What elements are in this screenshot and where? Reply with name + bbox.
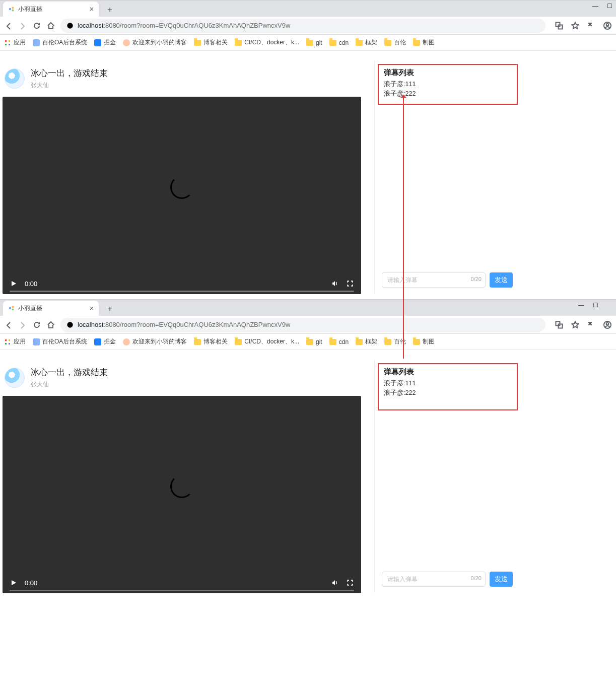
danmu-item: 浪子彦:111 — [384, 379, 512, 388]
page-content: 冰心一出，游戏结束 张大仙 0:00 — [0, 61, 616, 299]
bookmark-item[interactable]: 框架 — [356, 337, 377, 346]
browser-tab[interactable]: 小羽直播 × — [3, 301, 99, 316]
danmu-heading: 弹幕列表 — [384, 367, 512, 377]
bookmark-label: 百伦 — [394, 38, 406, 47]
nav-home-button[interactable] — [46, 320, 55, 329]
nav-reload-button[interactable] — [32, 320, 41, 329]
bookmark-label: git — [316, 39, 322, 46]
bookmark-label: 框架 — [365, 38, 377, 47]
translate-icon[interactable] — [555, 21, 564, 30]
window-minimize-button[interactable]: — — [578, 302, 585, 309]
room-title: 冰心一出，游戏结束 — [31, 67, 108, 79]
folder-icon — [329, 40, 336, 46]
bookmark-item[interactable]: 欢迎来到小羽的博客 — [123, 337, 187, 346]
window-maximize-button[interactable]: ☐ — [592, 302, 599, 309]
bookmark-item[interactable]: cdn — [329, 338, 349, 345]
window-close-button[interactable] — [606, 302, 613, 309]
svg-point-15 — [70, 323, 71, 323]
bookmark-item[interactable]: cdn — [329, 39, 349, 46]
room-header: 冰心一出，游戏结束 张大仙 — [3, 63, 370, 97]
apps-icon — [4, 39, 11, 46]
browser-tab[interactable]: 小羽直播 × — [3, 2, 99, 17]
window-minimize-button[interactable]: — — [592, 3, 599, 10]
video-progress-track[interactable] — [10, 590, 354, 591]
bookmark-item[interactable]: CI/CD、docker、k... — [235, 38, 299, 47]
url-bar[interactable]: localhost:8080/room?room=EVQq0uChrAQU6z3… — [60, 19, 545, 33]
new-tab-button[interactable]: ＋ — [103, 302, 117, 316]
url-bar[interactable]: localhost:8080/room?room=EVQq0uChrAQU6z3… — [60, 318, 545, 332]
streamer-avatar[interactable] — [5, 68, 25, 89]
svg-point-10 — [9, 307, 11, 309]
nav-forward-button[interactable] — [18, 21, 27, 30]
browser-window: 小羽直播 × ＋ — ☐ localhost:8080/room?room=EV… — [0, 299, 616, 598]
room-author: 张大仙 — [31, 380, 108, 389]
loading-spinner-icon — [170, 475, 193, 498]
annotation-arrow — [403, 97, 404, 359]
bookmark-label: 框架 — [365, 337, 377, 346]
video-column: 冰心一出，游戏结束 张大仙 0:00 — [0, 61, 370, 299]
nav-forward-button[interactable] — [18, 320, 27, 329]
bookmark-label: 欢迎来到小羽的博客 — [132, 337, 187, 346]
play-button[interactable] — [10, 579, 18, 587]
site-info-icon[interactable] — [66, 321, 74, 328]
apps-button[interactable]: 应用 — [4, 38, 26, 47]
close-tab-icon[interactable]: × — [90, 5, 94, 13]
play-button[interactable] — [10, 280, 18, 288]
bookmark-label: 欢迎来到小羽的博客 — [132, 38, 187, 47]
folder-icon — [306, 40, 313, 46]
fullscreen-button[interactable] — [346, 579, 354, 587]
bookmark-item[interactable]: 制图 — [413, 38, 435, 47]
danmu-input[interactable] — [382, 272, 486, 288]
close-tab-icon[interactable]: × — [90, 304, 94, 312]
folder-icon — [194, 40, 201, 46]
site-info-icon[interactable] — [66, 22, 74, 29]
extensions-icon[interactable] — [587, 320, 596, 329]
volume-button[interactable] — [331, 280, 339, 288]
page-content: 冰心一出，游戏结束 张大仙 0:00 — [0, 360, 616, 598]
window-maximize-button[interactable]: ☐ — [606, 3, 613, 10]
folder-icon — [413, 339, 420, 345]
bookmark-site-icon — [94, 338, 101, 345]
bookmark-item[interactable]: 掘金 — [94, 337, 116, 346]
nav-home-button[interactable] — [46, 21, 55, 30]
extensions-icon[interactable] — [587, 21, 596, 30]
video-progress-track[interactable] — [10, 291, 354, 292]
bookmark-item[interactable]: CI/CD、docker、k... — [235, 337, 299, 346]
bookmark-item[interactable]: 百伦 — [384, 38, 406, 47]
nav-back-button[interactable] — [4, 21, 13, 30]
nav-reload-button[interactable] — [32, 21, 41, 30]
bookmark-label: 百伦OA后台系统 — [42, 38, 87, 47]
bookmark-site-icon — [123, 338, 130, 345]
svg-point-11 — [12, 306, 14, 308]
volume-button[interactable] — [331, 579, 339, 587]
room-author: 张大仙 — [31, 81, 108, 90]
bookmark-label: 制图 — [423, 38, 435, 47]
send-button[interactable]: 发送 — [490, 572, 513, 587]
bookmark-item[interactable]: 博客相关 — [194, 38, 228, 47]
video-player[interactable]: 0:00 — [3, 396, 361, 593]
bookmark-item[interactable]: git — [306, 39, 322, 46]
bookmark-star-icon[interactable] — [571, 320, 580, 329]
video-player[interactable]: 0:00 — [3, 97, 361, 294]
bookmark-item[interactable]: 博客相关 — [194, 337, 228, 346]
bookmark-item[interactable]: 掘金 — [94, 38, 116, 47]
profile-icon[interactable] — [603, 320, 612, 329]
bookmark-item[interactable]: 百伦OA后台系统 — [33, 38, 87, 47]
bookmark-item[interactable]: 百伦OA后台系统 — [33, 337, 87, 346]
bookmark-item[interactable]: 制图 — [413, 337, 435, 346]
fullscreen-button[interactable] — [346, 280, 354, 288]
folder-icon — [235, 339, 242, 345]
danmu-input[interactable] — [382, 572, 486, 587]
streamer-avatar[interactable] — [5, 368, 25, 388]
send-button[interactable]: 发送 — [490, 272, 513, 288]
url-path: /room?room=EVQq0uChrAQU6z3KmAhAQhZBPwncx… — [120, 321, 291, 328]
apps-button[interactable]: 应用 — [4, 337, 26, 346]
bookmark-item[interactable]: 欢迎来到小羽的博客 — [123, 38, 187, 47]
translate-icon[interactable] — [555, 320, 564, 329]
new-tab-button[interactable]: ＋ — [103, 3, 117, 17]
profile-icon[interactable] — [603, 21, 612, 30]
nav-back-button[interactable] — [4, 320, 13, 329]
bookmark-item[interactable]: 框架 — [356, 38, 377, 47]
bookmark-star-icon[interactable] — [571, 21, 580, 30]
bookmark-item[interactable]: git — [306, 338, 322, 345]
